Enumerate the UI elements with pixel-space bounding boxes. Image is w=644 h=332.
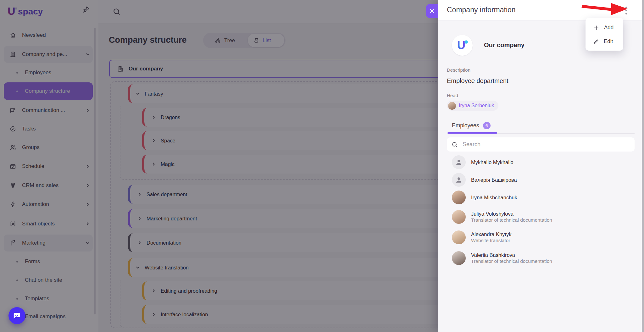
- employee-name: Alexandra Khytyk: [471, 231, 511, 238]
- employee-role: Translator of technical documentation: [471, 217, 552, 223]
- modal-backdrop[interactable]: [0, 0, 438, 332]
- employee-row[interactable]: Valeriia Bashkirova Translator of techni…: [452, 249, 635, 267]
- employee-search[interactable]: [447, 137, 635, 152]
- employee-row[interactable]: Juliya Voloshylova Translator of technic…: [452, 208, 635, 226]
- svg-text:U: U: [457, 39, 465, 52]
- menu-item-add[interactable]: Add: [586, 22, 623, 34]
- avatar: [452, 210, 466, 224]
- employee-search-input[interactable]: [462, 141, 630, 148]
- avatar: [452, 191, 466, 204]
- tab-employees-label: Employees: [452, 122, 479, 129]
- avatar: [452, 251, 466, 265]
- panel-header: Company information: [438, 0, 644, 20]
- menu-item-edit[interactable]: Edit: [586, 36, 623, 47]
- uspacy-u-icon: U: [455, 38, 469, 53]
- employee-role: Translator of technical documentation: [471, 258, 552, 264]
- close-panel-button[interactable]: [426, 4, 438, 18]
- employee-row[interactable]: Валерія Башкірова: [452, 171, 635, 189]
- pencil-icon: [593, 38, 599, 45]
- panel-title: Company information: [447, 6, 516, 14]
- search-icon: [451, 141, 458, 148]
- employee-name: Mykhailo Mykhailo: [471, 159, 514, 166]
- employee-name: Валерія Башкірова: [471, 177, 517, 183]
- head-label: Head: [447, 93, 458, 98]
- avatar-placeholder-icon: [452, 173, 466, 187]
- menu-item-add-label: Add: [604, 25, 613, 31]
- employee-row[interactable]: Alexandra Khytyk Website translator: [452, 229, 635, 246]
- employee-name: Juliya Voloshylova: [471, 211, 552, 217]
- head-chip[interactable]: Iryna Serbeniuk: [447, 101, 498, 111]
- kebab-menu-icon[interactable]: [621, 5, 631, 16]
- employee-row[interactable]: Iryna Mishchanchuk: [452, 189, 635, 206]
- context-menu: Add Edit: [586, 18, 623, 51]
- company-name: Our company: [484, 42, 525, 49]
- avatar: [452, 230, 466, 244]
- employee-role: Website translator: [471, 237, 511, 244]
- close-icon: [429, 8, 435, 14]
- description-value: Employee department: [447, 77, 508, 85]
- plus-icon: [593, 25, 600, 31]
- tab-employees[interactable]: Employees 6: [452, 122, 491, 129]
- support-chat-button[interactable]: [8, 307, 25, 324]
- menu-item-edit-label: Edit: [604, 38, 613, 45]
- active-tab-indicator: [447, 132, 497, 134]
- page-scrollbar[interactable]: [642, 0, 644, 332]
- company-logo: U: [452, 35, 473, 56]
- chat-bubble-icon: [12, 311, 22, 320]
- employee-row[interactable]: Mykhailo Mykhailo: [452, 153, 635, 171]
- description-label: Description: [447, 67, 470, 73]
- employees-count-badge: 6: [483, 122, 491, 129]
- employee-name: Iryna Mishchanchuk: [471, 194, 517, 201]
- head-name: Iryna Serbeniuk: [459, 103, 494, 108]
- avatar: [448, 102, 456, 110]
- avatar-placeholder-icon: [452, 155, 466, 169]
- employee-name: Valeriia Bashkirova: [471, 252, 552, 258]
